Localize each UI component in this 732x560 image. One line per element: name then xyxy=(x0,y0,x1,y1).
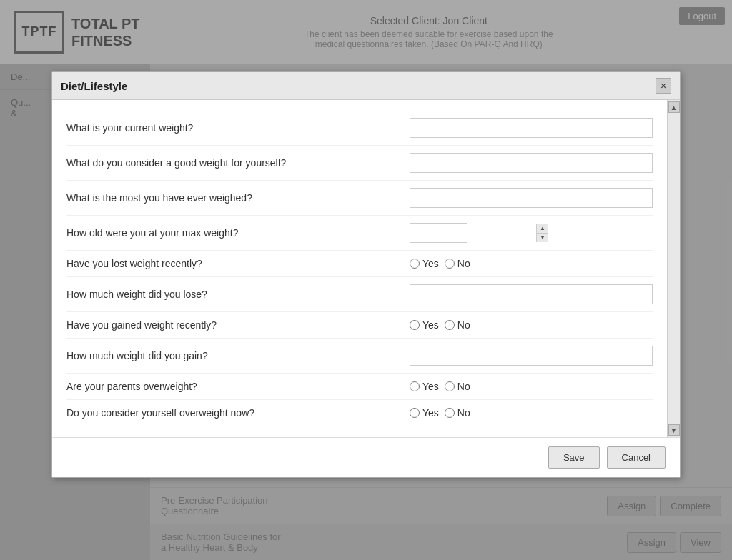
control-most-weighed xyxy=(410,188,653,208)
radio-lost-no[interactable] xyxy=(445,259,455,269)
diet-lifestyle-modal: Diet/Lifestyle × What is your current we… xyxy=(51,71,681,478)
input-most-weighed[interactable] xyxy=(410,188,653,208)
modal-footer: Save Cancel xyxy=(52,437,680,477)
radio-gained-no[interactable] xyxy=(445,320,455,330)
radio-group-gained-weight: Yes No xyxy=(410,319,653,331)
control-age-max-weight: ▲ ▼ xyxy=(410,223,653,243)
input-weight-lost[interactable] xyxy=(410,284,653,304)
control-good-weight xyxy=(410,153,653,173)
radio-consider-no-label[interactable]: No xyxy=(445,407,470,419)
scroll-up-button[interactable]: ▲ xyxy=(668,101,680,113)
control-consider-overweight: Yes No xyxy=(410,407,653,419)
spinner-buttons-age: ▲ ▼ xyxy=(536,224,548,242)
form-row-good-weight: What do you consider a good weight for y… xyxy=(66,146,653,181)
label-consider-overweight: Do you consider yourself overweight now? xyxy=(66,407,410,419)
form-row-parents-overweight: Are your parents overweight? Yes No xyxy=(66,374,653,400)
radio-group-lost-weight: Yes No xyxy=(410,258,653,269)
form-row-weight-lost: How much weight did you lose? xyxy=(66,277,653,312)
form-row-weight-gained: How much weight did you gain? xyxy=(66,339,653,374)
form-row-lost-weight: Have you lost weight recently? Yes No xyxy=(66,251,653,277)
spinner-down-age[interactable]: ▼ xyxy=(537,234,548,243)
form-row-gained-weight: Have you gained weight recently? Yes No xyxy=(66,312,653,339)
scroll-down-button[interactable]: ▼ xyxy=(668,424,680,436)
control-gained-weight: Yes No xyxy=(410,319,653,331)
radio-parents-no-label[interactable]: No xyxy=(445,381,470,392)
label-weight-lost: How much weight did you lose? xyxy=(66,289,410,300)
input-current-weight[interactable] xyxy=(410,118,653,138)
modal-scrollbar: ▲ ▼ xyxy=(667,100,680,437)
modal-close-button[interactable]: × xyxy=(656,78,671,94)
control-lost-weight: Yes No xyxy=(410,258,653,269)
radio-gained-yes-label[interactable]: Yes xyxy=(410,319,439,331)
control-weight-gained xyxy=(410,346,653,366)
save-button[interactable]: Save xyxy=(548,446,600,469)
radio-group-parents-overweight: Yes No xyxy=(410,381,653,392)
form-row-age-max-weight: How old were you at your max weight? ▲ ▼ xyxy=(66,216,653,251)
cancel-button[interactable]: Cancel xyxy=(607,446,666,469)
form-row-consider-overweight: Do you consider yourself overweight now?… xyxy=(66,400,653,426)
input-weight-gained[interactable] xyxy=(410,346,653,366)
control-weight-lost xyxy=(410,284,653,304)
spinner-age-max-weight: ▲ ▼ xyxy=(410,223,467,243)
control-current-weight xyxy=(410,118,653,138)
radio-lost-yes[interactable] xyxy=(410,259,420,269)
modal-scroll-area[interactable]: What is your current weight? What do you… xyxy=(52,100,667,437)
radio-group-consider-overweight: Yes No xyxy=(410,407,653,419)
radio-consider-yes[interactable] xyxy=(410,408,420,418)
label-gained-weight: Have you gained weight recently? xyxy=(66,319,410,331)
radio-lost-no-label[interactable]: No xyxy=(445,258,470,269)
modal-header: Diet/Lifestyle × xyxy=(52,72,680,100)
radio-consider-no[interactable] xyxy=(445,408,455,418)
spinner-input-age[interactable] xyxy=(410,224,536,242)
form-row-most-weighed: What is the most you have ever weighed? xyxy=(66,181,653,216)
label-weight-gained: How much weight did you gain? xyxy=(66,350,410,361)
modal-body: What is your current weight? What do you… xyxy=(52,100,680,437)
radio-parents-yes[interactable] xyxy=(410,381,420,391)
modal-title: Diet/Lifestyle xyxy=(61,80,127,92)
radio-parents-no[interactable] xyxy=(445,381,455,391)
label-good-weight: What do you consider a good weight for y… xyxy=(66,157,410,169)
spinner-up-age[interactable]: ▲ xyxy=(537,224,548,234)
input-good-weight[interactable] xyxy=(410,153,653,173)
form-row-current-weight: What is your current weight? xyxy=(66,111,653,146)
label-most-weighed: What is the most you have ever weighed? xyxy=(66,192,410,204)
label-current-weight: What is your current weight? xyxy=(66,122,410,134)
radio-consider-yes-label[interactable]: Yes xyxy=(410,407,439,419)
control-parents-overweight: Yes No xyxy=(410,381,653,392)
radio-lost-yes-label[interactable]: Yes xyxy=(410,258,439,269)
label-parents-overweight: Are your parents overweight? xyxy=(66,381,410,392)
radio-gained-no-label[interactable]: No xyxy=(445,319,470,331)
label-age-max-weight: How old were you at your max weight? xyxy=(66,227,410,239)
label-lost-weight: Have you lost weight recently? xyxy=(66,258,410,269)
radio-parents-yes-label[interactable]: Yes xyxy=(410,381,439,392)
radio-gained-yes[interactable] xyxy=(410,320,420,330)
modal-overlay: Diet/Lifestyle × What is your current we… xyxy=(0,0,732,560)
